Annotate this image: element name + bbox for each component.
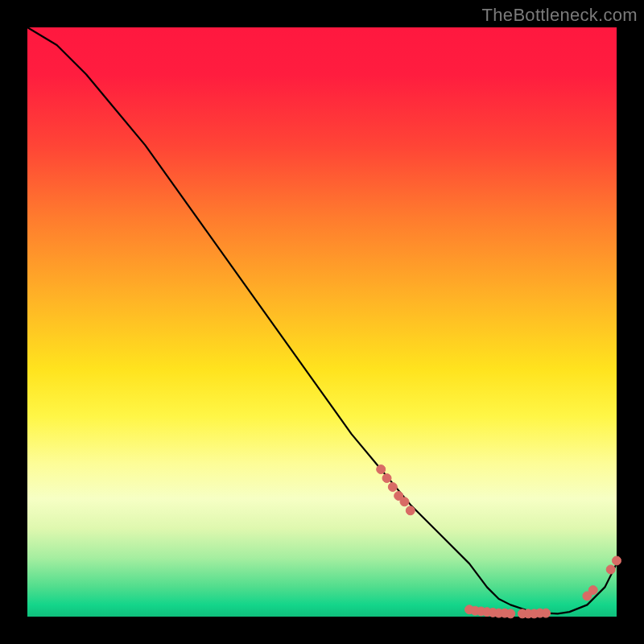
data-point — [400, 497, 409, 506]
data-point — [388, 482, 397, 491]
data-point — [377, 465, 386, 474]
data-point — [406, 506, 415, 515]
data-point — [382, 473, 391, 482]
data-point — [588, 586, 597, 595]
watermark-text: TheBottleneck.com — [482, 5, 638, 26]
data-point — [542, 609, 551, 617]
data-point — [613, 556, 621, 565]
chart-plot-area — [27, 27, 617, 617]
data-point — [506, 609, 515, 618]
chart-stage: TheBottleneck.com — [0, 0, 644, 644]
bottleneck-curve — [27, 27, 617, 613]
chart-svg — [27, 27, 617, 617]
data-point — [606, 565, 615, 574]
highlight-dots — [377, 465, 621, 618]
